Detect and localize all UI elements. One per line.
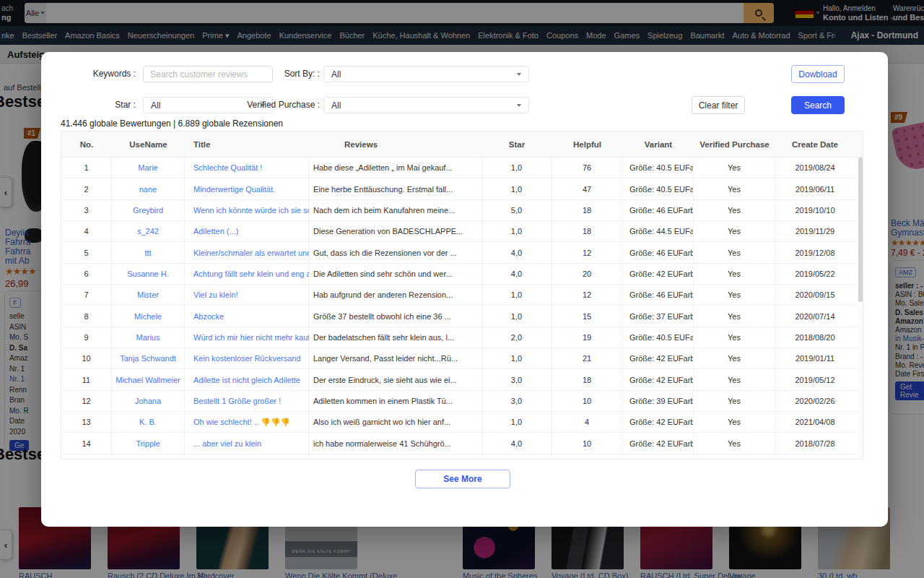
cell-verified: Yes: [694, 221, 775, 241]
cell-no: 7: [61, 285, 112, 305]
cell-no: 10: [61, 348, 112, 368]
table-row: 6 Susanne H. Achtung fällt sehr klein un…: [61, 264, 863, 285]
cell-helpful: 18: [552, 369, 623, 389]
cell-title-link[interactable]: Achtung fällt sehr klein und eng aus: [185, 264, 310, 284]
cell-username-link[interactable]: Marie: [112, 158, 185, 178]
chevron-down-icon: [517, 104, 521, 107]
cell-verified: Yes: [694, 200, 775, 220]
cell-verified: Yes: [694, 178, 775, 199]
cell-review-text: ich habe normalerweise 41 Schühgrö...: [310, 433, 482, 453]
keywords-label: Keywords :: [41, 66, 136, 82]
cell-title-link[interactable]: Adilette ist nicht gleich Adilette: [185, 369, 310, 389]
cell-no: 14: [61, 433, 112, 453]
cell-title-link[interactable]: Tolle Dusch- & Badeschuhe: [185, 454, 310, 460]
cell-username-link[interactable]: HG91: [112, 454, 185, 460]
cell-verified: Yes: [694, 242, 775, 262]
table-row: 8 Michele Abzocke Größe 37 bestellt obwo…: [61, 306, 863, 327]
cell-no: 9: [61, 327, 112, 348]
cell-username-link[interactable]: s_242: [112, 221, 185, 241]
cell-title-link[interactable]: Adiletten (...): [185, 221, 310, 241]
cell-title-link[interactable]: Oh wie schlecht! .. 👎👎👎: [185, 412, 310, 432]
cell-title-link[interactable]: Wenn ich könnte würde ich sie sog...: [185, 200, 310, 220]
cell-title-link[interactable]: Kleiner/schmaler als erwartet und ...: [185, 242, 310, 262]
verified-purchase-select[interactable]: All: [323, 97, 529, 113]
cell-verified: Yes: [694, 158, 775, 178]
cell-review-text: Diese Generation von BADESCHLAPPE...: [310, 221, 482, 241]
cell-title-link[interactable]: Schlechte Qualität !: [185, 158, 310, 178]
cell-username-link[interactable]: Greybird: [112, 200, 185, 220]
cell-review-text: Der erste Eindruck, sie sieht aus wie ei…: [310, 369, 482, 389]
cell-username-link[interactable]: Michele: [112, 306, 185, 326]
cell-variant: Größe: 42 EUFarb...: [623, 412, 694, 432]
cell-verified: Yes: [694, 264, 775, 284]
cell-star: 2,0: [482, 327, 552, 348]
cell-review-text: Also ich weiß garnicht wo ich hier anf..…: [310, 412, 482, 432]
header-no: No.: [61, 131, 112, 157]
cell-username-link[interactable]: Tripple: [112, 433, 185, 453]
sortby-select[interactable]: All: [323, 66, 529, 82]
see-more-button[interactable]: See More: [415, 470, 510, 488]
cell-star: 3,0: [482, 369, 552, 389]
reviews-table: No. UseName Title Reviews Star Helpful V…: [61, 131, 863, 460]
cell-username-link[interactable]: Michael Wallmeier: [112, 369, 185, 389]
download-button[interactable]: Dowbload: [791, 65, 845, 83]
cell-helpful: 4: [552, 412, 623, 432]
header-title: Title: [185, 131, 310, 157]
cell-star: 1,0: [482, 348, 552, 368]
cell-date: 2018/07/28: [775, 433, 855, 453]
cell-date: 2019/06/11: [775, 178, 855, 199]
cell-verified: Yes: [694, 369, 775, 389]
cell-username-link[interactable]: Tanja Schwandt: [112, 348, 185, 368]
cell-star: 3,0: [482, 391, 552, 411]
star-filter-label: Star :: [41, 97, 136, 113]
table-row: 14 Tripple ... aber viel zu klein ich ha…: [61, 433, 863, 454]
cell-helpful: 19: [552, 327, 623, 348]
cell-helpful: 18: [552, 221, 623, 241]
cell-no: 3: [61, 200, 112, 220]
chevron-down-icon: [517, 73, 521, 76]
cell-no: 1: [61, 158, 112, 178]
cell-review-text: Adiletten kommen in einem Plastik Tü...: [310, 391, 482, 411]
cell-username-link[interactable]: Susanne H.: [112, 264, 185, 284]
cell-review-text: Gut, dass ich die Rezensionen vor der ..…: [310, 242, 482, 262]
cell-username-link[interactable]: K. B.: [112, 412, 185, 432]
table-row: 2 nane Minderwertige Qualität. Eine herb…: [61, 178, 863, 199]
header-username: UseName: [112, 131, 185, 157]
cell-no: 11: [61, 369, 112, 389]
cell-title-link[interactable]: Bestellt 1 Größe großer !: [185, 391, 310, 411]
table-row: 11 Michael Wallmeier Adilette ist nicht …: [61, 369, 863, 390]
cell-verified: Yes: [694, 327, 775, 348]
cell-title-link[interactable]: Minderwertige Qualität.: [185, 178, 310, 199]
header-star: Star: [482, 131, 552, 157]
cell-variant: Größe: 46 EUFarb...: [623, 454, 694, 460]
cell-username-link[interactable]: nane: [112, 178, 185, 199]
cell-variant: Größe: 46 EUFarb...: [623, 242, 694, 262]
cell-review-text: Habe diese „Adiletten „ im Mai gekauf...: [310, 158, 482, 178]
cell-title-link[interactable]: Abzocke: [185, 306, 310, 326]
clear-filter-button[interactable]: Clear filter: [692, 96, 745, 114]
verified-purchase-label: Verified Purchase :: [175, 97, 320, 113]
search-button[interactable]: Search: [791, 96, 845, 114]
cell-title-link[interactable]: Würd ich mir hier nicht mehr kaufen: [185, 327, 310, 348]
cell-title-link[interactable]: Viel zu klein!: [185, 285, 310, 305]
table-row: 5 ttt Kleiner/schmaler als erwartet und …: [61, 242, 863, 263]
cell-no: 6: [61, 264, 112, 284]
cell-title-link[interactable]: ... aber viel zu klein: [185, 433, 310, 453]
cell-variant: Größe: 44.5 EUFa...: [623, 221, 694, 241]
cell-title-link[interactable]: Kein kostenloser Rückversand: [185, 348, 310, 368]
cell-star: 1,0: [482, 221, 552, 241]
cell-username-link[interactable]: Marius: [112, 327, 185, 348]
cell-no: 5: [61, 242, 112, 262]
cell-username-link[interactable]: Johana: [112, 391, 185, 411]
cell-variant: Größe: 42 EUFarb...: [623, 264, 694, 284]
cell-helpful: 76: [552, 158, 623, 178]
cell-star: 1,0: [482, 158, 552, 178]
cell-username-link[interactable]: Mister: [112, 285, 185, 305]
cell-star: 4,0: [482, 454, 552, 460]
table-scrollbar-thumb[interactable]: [858, 158, 863, 302]
cell-username-link[interactable]: ttt: [112, 242, 185, 262]
cell-variant: Größe: 42 EUFarb...: [623, 348, 694, 368]
table-scrollbar-track[interactable]: [858, 158, 863, 460]
table-row: 9 Marius Würd ich mir hier nicht mehr ka…: [61, 327, 863, 348]
cell-date: 2021/04/08: [775, 412, 855, 432]
